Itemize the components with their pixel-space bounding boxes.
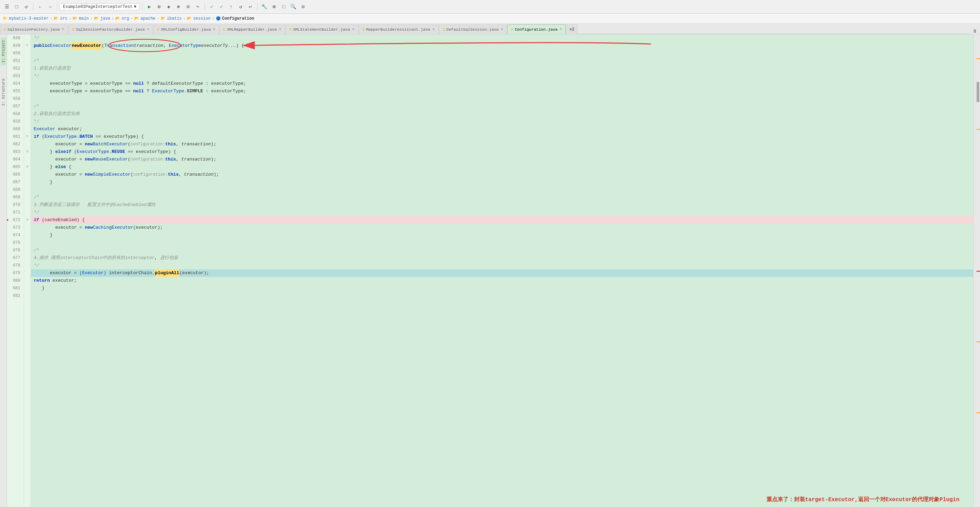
tab-close-icon8[interactable]: ×: [560, 27, 562, 32]
code-line-651[interactable]: /*: [31, 57, 973, 65]
code-line-654[interactable]: executorType = executorType == null ? de…: [31, 80, 973, 88]
tab-more-button[interactable]: ≡3: [566, 24, 577, 34]
fold-marker-662: [24, 140, 31, 148]
code-line-669[interactable]: /*: [31, 194, 973, 201]
toolbar-undo-icon[interactable]: ↺: [22, 3, 30, 11]
breadcrumb-session[interactable]: session: [193, 16, 210, 21]
project-tab[interactable]: 1: Project: [1, 37, 6, 65]
fold-marker-659: [24, 118, 31, 125]
toolbar-run-icon[interactable]: ▶: [145, 3, 154, 11]
toolbar-vcs-check-icon[interactable]: ✓: [208, 3, 216, 11]
toolbar-vcs-push-icon[interactable]: ✓: [217, 3, 226, 11]
tab-xml-mapper-builder[interactable]: C XMLMapperBuilder.java ×: [220, 24, 285, 34]
breadcrumb-src[interactable]: src: [60, 16, 67, 21]
code-area[interactable]: */ public Executor newExecutor(Transacti…: [31, 34, 973, 507]
breadcrumb-main[interactable]: main: [79, 16, 89, 21]
toolbar-vcs-history-icon[interactable]: ↺: [237, 3, 245, 11]
code-line-662[interactable]: executor = new BatchExecutor(configurati…: [31, 140, 973, 148]
code-line-676[interactable]: /*: [31, 247, 973, 254]
code-line-671[interactable]: */: [31, 209, 973, 216]
toolbar-file-dropdown-icon[interactable]: ▼: [134, 5, 136, 9]
code-line-661[interactable]: if (ExecutorType.BATCH == executorType) …: [31, 133, 973, 140]
code-line-682[interactable]: [31, 292, 973, 300]
code-line-674[interactable]: }: [31, 231, 973, 239]
code-line-648[interactable]: */: [31, 34, 973, 42]
toolbar-back-icon[interactable]: ←: [36, 3, 45, 11]
tab-sql-session-factory-builder[interactable]: C SqlSessionFactoryBuilder.java ×: [68, 24, 153, 34]
structure-tab[interactable]: 2: Structure: [1, 76, 6, 108]
tab-close-icon2[interactable]: ×: [147, 27, 149, 32]
right-scrollbar-panel[interactable]: [973, 34, 980, 507]
toolbar-file-selector[interactable]: Example01PageInterceptorTest ▼: [60, 3, 140, 10]
fold-marker-661[interactable]: ▽: [24, 133, 31, 140]
tab-pause-icon[interactable]: ⏸: [970, 29, 980, 34]
breadcrumb-org[interactable]: org: [122, 16, 129, 21]
code-line-659[interactable]: */: [31, 118, 973, 125]
code-line-670[interactable]: 3.判断是否是二级缓存 配置文件中的cacheEnabled属性: [31, 201, 973, 209]
code-line-681[interactable]: }: [31, 284, 973, 292]
breadcrumb-ibatis[interactable]: ibatis: [167, 16, 182, 21]
code-line-667[interactable]: }: [31, 179, 973, 186]
code-line-666[interactable]: executor = new SimpleExecutor(configurat…: [31, 171, 973, 179]
code-line-652[interactable]: 1.获取执行器类型: [31, 65, 973, 72]
code-line-657[interactable]: /*: [31, 103, 973, 110]
code-line-650[interactable]: [31, 49, 973, 57]
toolbar-more-icon[interactable]: ⊡: [299, 3, 307, 11]
code-line-672[interactable]: if (cacheEnabled) {: [31, 216, 973, 224]
breadcrumb-apache[interactable]: apache: [140, 16, 155, 21]
toolbar-coverage-icon[interactable]: ⊕: [174, 3, 183, 11]
toolbar-terminal-icon[interactable]: □: [280, 3, 288, 11]
fold-marker-665[interactable]: ▽: [24, 163, 31, 171]
tab-sql-session-factory[interactable]: C SqlSessionFactory.java ×: [0, 24, 68, 34]
code-line-656[interactable]: [31, 95, 973, 103]
tab-configuration[interactable]: C Configuration.java ×: [507, 24, 566, 34]
tab-xml-statement-builder[interactable]: C XMLStatementBuilder.java ×: [285, 24, 358, 34]
code-line-649[interactable]: public Executor newExecutor(Transaction …: [31, 42, 973, 49]
code-line-679[interactable]: executor = (Executor) interceptorChain.p…: [31, 269, 973, 277]
code-line-660[interactable]: Executor executor;: [31, 125, 973, 133]
toolbar-build-icon[interactable]: ⚙: [155, 3, 163, 11]
tab-close-icon7[interactable]: ×: [501, 27, 503, 32]
breadcrumb-class[interactable]: Configuration: [222, 16, 255, 21]
toolbar-settings-icon[interactable]: 🔧: [260, 3, 269, 11]
code-line-675[interactable]: [31, 239, 973, 247]
toolbar-project-icon[interactable]: ⊞: [270, 3, 278, 11]
tab-close-icon4[interactable]: ×: [279, 27, 281, 32]
fold-marker-663[interactable]: ▽: [24, 148, 31, 156]
fold-marker-672[interactable]: ▽: [24, 216, 31, 224]
tab-default-sql-session[interactable]: C DefaultSqlSession.java ×: [439, 24, 507, 34]
toolbar-find-icon[interactable]: 🔍: [289, 3, 298, 11]
toolbar-vcs-update-icon[interactable]: ↑: [227, 3, 235, 11]
code-line-678[interactable]: */: [31, 262, 973, 269]
code-line-668[interactable]: [31, 186, 973, 194]
code-line-665[interactable]: } else {: [31, 163, 973, 171]
tab-label2: SqlSessionFactoryBuilder.java: [76, 27, 145, 32]
code-line-653[interactable]: */: [31, 72, 973, 80]
breadcrumb-project[interactable]: mybatis-3-master: [9, 16, 49, 21]
toolbar-profile-icon[interactable]: ◈: [165, 3, 173, 11]
code-line-658[interactable]: 2.获取执行器类型实例: [31, 110, 973, 118]
tab-close-icon6[interactable]: ×: [433, 27, 435, 32]
tab-close-icon[interactable]: ×: [62, 27, 64, 32]
code-line-663[interactable]: } else if (ExecutorType.REUSE == executo…: [31, 148, 973, 156]
toolbar-vcs-revert-icon[interactable]: ↩: [246, 3, 255, 11]
toolbar-menu-icon[interactable]: ☰: [3, 3, 11, 11]
code-line-664[interactable]: executor = new ReuseExecutor(configurati…: [31, 156, 973, 163]
breadcrumb-java[interactable]: java: [100, 16, 110, 21]
scrollbar-thumb[interactable]: [977, 81, 979, 102]
toolbar-step-icon[interactable]: ↷: [194, 3, 202, 11]
code-line-655[interactable]: executorType = executorType == null ? Ex…: [31, 88, 973, 95]
tab-close-icon3[interactable]: ×: [213, 27, 215, 32]
toolbar-debug-icon[interactable]: ⊡: [184, 3, 192, 11]
tab-mapper-builder-assistant[interactable]: C MapperBuilderAssistant.java ×: [359, 24, 439, 34]
fold-marker-649[interactable]: ▽: [24, 42, 31, 49]
tab-xml-config-builder[interactable]: C XMLConfigBuilder.java ×: [154, 24, 220, 34]
code-line-677[interactable]: 4.插件 调用interceptorChain中的所有的interceptor,…: [31, 254, 973, 262]
tab-close-icon5[interactable]: ×: [352, 27, 354, 32]
code-line-673[interactable]: executor = new CachingExecutor(executor)…: [31, 224, 973, 231]
toolbar-forward-icon[interactable]: →: [46, 3, 54, 11]
toolbar: ☰ □ ↺ ← → Example01PageInterceptorTest ▼…: [0, 0, 980, 14]
code-line-680[interactable]: return executor;: [31, 277, 973, 284]
toolbar-window-icon[interactable]: □: [13, 3, 21, 11]
line-num-658: 658: [7, 110, 22, 118]
